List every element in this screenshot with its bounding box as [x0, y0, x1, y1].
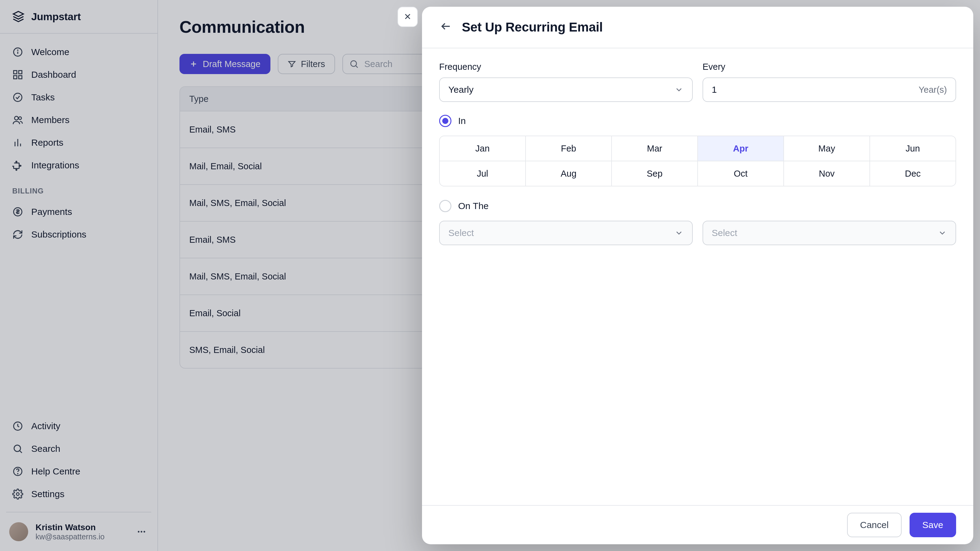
frequency-value: Yearly [449, 84, 474, 95]
weekday-placeholder: Select [712, 228, 737, 238]
drawer-recurring-email: Set Up Recurring Email Frequency Yearly … [422, 7, 973, 544]
radio-in-label: In [458, 116, 466, 126]
chevron-down-icon [675, 229, 684, 238]
cancel-button[interactable]: Cancel [847, 513, 901, 537]
cancel-label: Cancel [860, 520, 888, 530]
month-jul[interactable]: Jul [440, 161, 525, 186]
close-button[interactable] [398, 7, 418, 27]
month-apr[interactable]: Apr [697, 136, 783, 161]
month-oct[interactable]: Oct [697, 161, 783, 186]
drawer-header: Set Up Recurring Email [422, 7, 973, 48]
drawer-title: Set Up Recurring Email [462, 20, 603, 35]
every-label: Every [703, 62, 956, 72]
month-grid: Jan Feb Mar Apr May Jun Jul Aug Sep Oct … [439, 136, 956, 186]
ordinal-select: Select [439, 221, 693, 245]
month-mar[interactable]: Mar [611, 136, 697, 161]
arrow-left-icon [440, 21, 452, 34]
close-icon [403, 12, 412, 22]
radio-on-the-label: On The [458, 201, 489, 211]
month-sep[interactable]: Sep [611, 161, 697, 186]
radio-on-the[interactable]: On The [439, 200, 956, 212]
month-dec[interactable]: Dec [869, 161, 956, 186]
drawer-footer: Cancel Save [422, 505, 973, 544]
month-jan[interactable]: Jan [440, 136, 525, 161]
every-suffix: Year(s) [919, 85, 947, 95]
every-input[interactable] [712, 84, 853, 95]
radio-icon [439, 200, 452, 212]
save-button[interactable]: Save [910, 513, 956, 537]
frequency-label: Frequency [439, 62, 693, 72]
radio-in[interactable]: In [439, 115, 956, 127]
month-jun[interactable]: Jun [869, 136, 956, 161]
month-aug[interactable]: Aug [525, 161, 611, 186]
month-nov[interactable]: Nov [783, 161, 869, 186]
chevron-down-icon [938, 229, 947, 238]
weekday-select: Select [703, 221, 956, 245]
radio-icon [439, 115, 452, 127]
frequency-select[interactable]: Yearly [439, 78, 693, 102]
drawer-body: Frequency Yearly Every Year(s) [422, 48, 973, 505]
save-label: Save [923, 520, 943, 530]
month-may[interactable]: May [783, 136, 869, 161]
ordinal-placeholder: Select [449, 228, 474, 238]
back-button[interactable] [439, 21, 453, 34]
every-input-wrap: Year(s) [703, 78, 956, 102]
month-feb[interactable]: Feb [525, 136, 611, 161]
chevron-down-icon [675, 85, 684, 94]
